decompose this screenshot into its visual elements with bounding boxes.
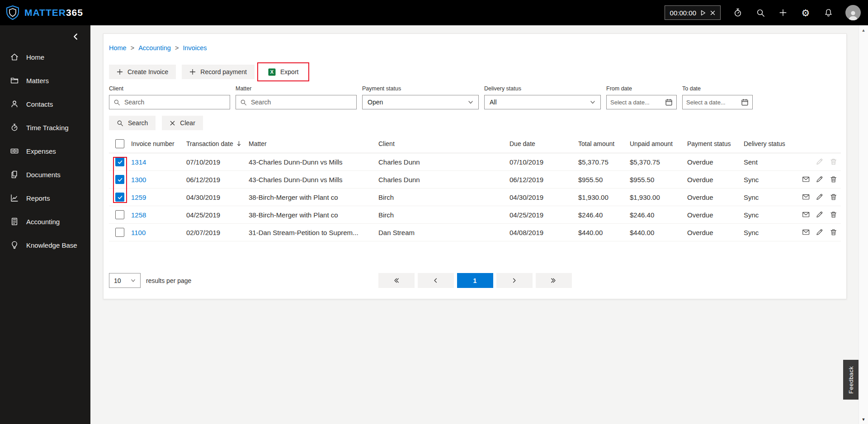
mail-icon[interactable] [802,211,810,219]
sidebar-item-reports[interactable]: Reports [0,186,90,210]
delete-icon[interactable] [830,158,837,166]
row-actions [802,175,841,184]
from-date-input[interactable] [610,99,662,106]
breadcrumb-home-link[interactable]: Home [109,44,127,52]
button-label: Record payment [200,68,247,75]
delete-icon[interactable] [830,228,837,237]
chevron-down-icon [590,99,595,105]
client-cell: Birch [378,193,509,201]
results-per-page-select[interactable]: 10 [109,273,141,288]
scroll-up-arrow-icon[interactable]: ▲ [859,25,868,35]
check-icon [117,177,123,183]
delivery-status-cell: Sync [744,176,802,184]
delivery-status-cell: Sent [744,158,802,166]
delete-icon[interactable] [830,211,837,219]
column-header-payment-status[interactable]: Payment status [687,140,744,147]
column-header-unpaid-amount[interactable]: Unpaid amount [630,140,687,147]
add-icon[interactable] [778,7,788,18]
record-payment-button[interactable]: Record payment [182,65,255,79]
transaction-date-cell: 07/10/2019 [186,158,249,166]
row-checkbox[interactable] [115,210,124,219]
scroll-down-arrow-icon[interactable]: ▼ [859,415,868,424]
clear-button[interactable]: Clear [162,116,203,130]
row-checkbox[interactable] [115,228,124,237]
delete-icon[interactable] [830,193,837,202]
first-page-button[interactable] [378,273,415,288]
client-search-input[interactable] [124,99,226,106]
sidebar-item-time-tracking[interactable]: Time Tracking [0,116,90,139]
edit-icon[interactable] [816,158,823,166]
mail-icon[interactable] [802,228,810,237]
edit-icon[interactable] [816,175,823,184]
sidebar-collapse-button[interactable] [71,33,80,42]
client-search-box[interactable] [109,95,230,109]
payment-status-select[interactable]: Open [362,95,479,109]
next-page-button[interactable] [496,273,533,288]
invoice-number-link[interactable]: 1259 [131,193,186,201]
edit-icon[interactable] [816,193,823,202]
timer-play-icon[interactable] [701,10,706,16]
mail-icon[interactable] [802,193,810,202]
invoice-number-link[interactable]: 1258 [131,211,186,219]
sidebar-item-knowledge-base[interactable]: Knowledge Base [0,233,90,257]
to-date-picker[interactable] [682,95,753,109]
button-label: Export [280,68,298,75]
matter-cell: 38-Birch-Merger with Plant co [249,211,378,219]
column-header-client[interactable]: Client [378,140,509,147]
column-header-matter[interactable]: Matter [249,140,378,147]
brand-logo[interactable]: MATTER365 [0,5,83,20]
page-1-button[interactable]: 1 [457,273,493,288]
timer-close-icon[interactable] [710,10,715,15]
unpaid-amount-cell: $1,930.00 [630,193,687,201]
invoice-number-link[interactable]: 1300 [131,176,186,184]
sidebar-item-matters[interactable]: Matters [0,69,90,92]
breadcrumb-accounting-link[interactable]: Accounting [138,44,171,52]
settings-gear-icon[interactable]: ⚙ [800,7,811,18]
invoice-number-link[interactable]: 1314 [131,158,186,166]
shield-logo-icon [5,5,20,20]
matter-search-input[interactable] [251,99,352,106]
delivery-status-select[interactable]: All [484,95,601,109]
stopwatch-icon[interactable] [732,7,743,18]
vertical-scrollbar[interactable]: ▲ ▼ [859,25,868,424]
export-button[interactable]: X Export [260,65,306,79]
edit-icon[interactable] [816,211,823,219]
column-header-due-date[interactable]: Due date [509,140,578,147]
invoice-number-link[interactable]: 1100 [131,229,186,236]
sidebar-item-home[interactable]: Home [0,45,90,69]
filter-label: To date [682,85,753,92]
delete-icon[interactable] [830,175,837,184]
matter-search-box[interactable] [236,95,357,109]
mail-icon[interactable] [802,175,810,184]
search-icon[interactable] [755,7,766,18]
column-header-delivery-status[interactable]: Delivery status [744,140,802,147]
row-actions [802,228,841,237]
sidebar-item-accounting[interactable]: Accounting [0,210,90,233]
search-button[interactable]: Search [109,116,156,130]
timer-value: 00:00:00 [670,9,696,17]
column-header-invoice-number[interactable]: Invoice number [131,140,186,147]
from-date-picker[interactable] [606,95,677,109]
sidebar-item-documents[interactable]: Documents [0,163,90,186]
notifications-bell-icon[interactable] [823,7,834,18]
sidebar-item-expenses[interactable]: Expenses [0,139,90,163]
person-icon [847,9,859,20]
filter-actions: Search Clear [109,116,841,130]
column-header-total-amount[interactable]: Total amount [578,140,630,147]
breadcrumb-invoices-link[interactable]: Invoices [183,44,207,52]
sidebar-item-contacts[interactable]: Contacts [0,92,90,116]
select-all-checkbox[interactable] [115,139,124,148]
row-checkbox[interactable] [115,157,124,166]
to-date-input[interactable] [686,99,738,106]
previous-page-button[interactable] [418,273,454,288]
row-checkbox[interactable] [115,193,124,202]
feedback-tab[interactable]: Feedback [843,360,859,400]
row-checkbox[interactable] [115,175,124,184]
row-actions [802,211,841,219]
column-header-transaction-date[interactable]: Transaction date [186,140,249,147]
client-cell: Charles Dunn [378,158,509,166]
user-avatar[interactable] [845,5,861,20]
create-invoice-button[interactable]: Create Invoice [109,65,176,79]
last-page-button[interactable] [536,273,572,288]
edit-icon[interactable] [816,228,823,237]
